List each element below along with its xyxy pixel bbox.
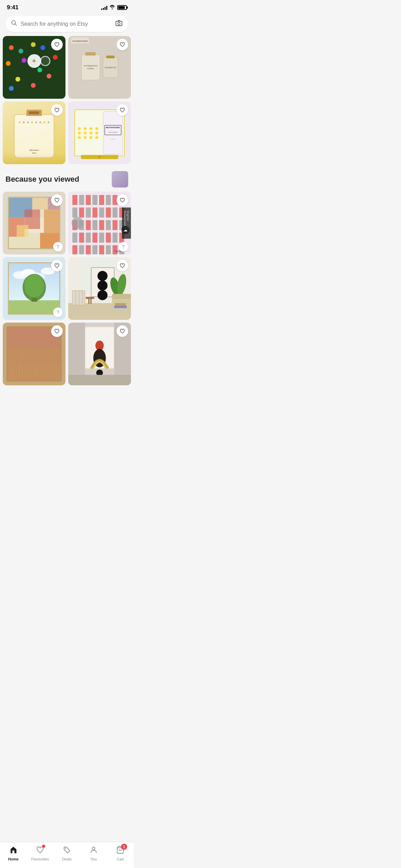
svg-rect-35 xyxy=(93,220,98,230)
camera-button[interactable] xyxy=(115,19,123,28)
favourite-button-figure-art[interactable] xyxy=(117,325,128,337)
product-card-figure-art[interactable] xyxy=(68,323,131,385)
svg-rect-43 xyxy=(93,233,98,243)
svg-rect-9 xyxy=(44,209,59,233)
top-products-grid: + AFFIRMATIONSTARS xyxy=(0,36,134,164)
svg-rect-83 xyxy=(112,294,131,299)
search-container xyxy=(0,13,134,36)
question-badge-pink-grid[interactable]: ? xyxy=(119,242,128,252)
product-card-motivations[interactable]: ⭐⭐⭐⭐ ⭐⭐⭐⭐ ⭐⭐⭐⭐ MOTIVATIONS make it happe… xyxy=(68,101,131,164)
svg-rect-17 xyxy=(79,195,84,205)
product-card-candy[interactable]: + xyxy=(3,36,65,99)
svg-rect-12 xyxy=(16,225,28,237)
svg-point-77 xyxy=(97,290,107,300)
svg-rect-38 xyxy=(112,220,118,230)
svg-rect-44 xyxy=(99,233,104,243)
signal-bars-icon xyxy=(101,5,107,10)
svg-rect-86 xyxy=(86,297,94,299)
svg-rect-41 xyxy=(79,233,84,243)
svg-point-66 xyxy=(24,274,44,297)
svg-rect-25 xyxy=(79,207,84,217)
favourite-button-motivations[interactable] xyxy=(117,104,128,116)
svg-rect-42 xyxy=(86,233,91,243)
svg-rect-27 xyxy=(93,207,98,217)
svg-rect-129 xyxy=(68,375,131,386)
svg-rect-84 xyxy=(114,306,127,308)
svg-rect-16 xyxy=(72,195,77,205)
product-card-pink-grid[interactable]: Wart Digital Download ☁ ? xyxy=(68,192,131,254)
svg-point-3 xyxy=(118,23,120,25)
wifi-icon xyxy=(109,5,115,10)
favourite-button-affirmations[interactable] xyxy=(117,39,128,50)
favourite-button-grass-field[interactable] xyxy=(51,325,63,337)
favourite-button-stars-jar[interactable] xyxy=(51,104,63,116)
product-card-grass-field[interactable] xyxy=(3,323,65,385)
product-card-affirmations[interactable]: AFFIRMATIONSTARS AFFIRMATION AFFIRMATION… xyxy=(68,36,131,99)
svg-rect-26 xyxy=(86,207,91,217)
svg-rect-49 xyxy=(79,245,84,254)
svg-line-1 xyxy=(15,24,17,26)
svg-rect-87 xyxy=(88,299,90,304)
favourite-button-circles-room[interactable] xyxy=(117,260,128,272)
svg-rect-85 xyxy=(115,303,126,305)
svg-rect-48 xyxy=(72,245,77,254)
svg-rect-63 xyxy=(9,300,60,314)
svg-rect-46 xyxy=(112,233,118,243)
viewed-thumbnail[interactable] xyxy=(112,171,128,188)
svg-rect-40 xyxy=(72,233,77,243)
svg-point-76 xyxy=(97,280,107,290)
favourite-button-abstract-art[interactable] xyxy=(51,194,63,206)
svg-rect-45 xyxy=(106,233,111,243)
product-card-circles-room[interactable] xyxy=(68,257,131,320)
svg-rect-18 xyxy=(86,195,91,205)
favourite-button-sky-tree[interactable] xyxy=(51,260,63,272)
section-header-because-you-viewed: Because you viewed xyxy=(0,164,134,192)
svg-rect-21 xyxy=(106,195,111,205)
art-products-grid: ? xyxy=(0,192,134,385)
svg-rect-37 xyxy=(106,220,111,230)
svg-rect-20 xyxy=(99,195,104,205)
section-title: Because you viewed xyxy=(5,175,79,184)
svg-rect-88 xyxy=(90,299,92,304)
question-badge-sky-tree[interactable]: ? xyxy=(53,308,63,317)
status-time: 9:41 xyxy=(7,4,19,11)
svg-rect-24 xyxy=(72,207,77,217)
search-bar[interactable] xyxy=(5,16,128,32)
search-icon xyxy=(11,20,17,28)
svg-rect-19 xyxy=(93,195,98,205)
favourite-button-pink-grid[interactable] xyxy=(117,194,128,206)
favourite-button-candy[interactable] xyxy=(51,39,63,50)
product-card-sky-tree[interactable]: ? xyxy=(3,257,65,320)
search-input[interactable] xyxy=(21,21,112,27)
svg-rect-50 xyxy=(86,245,91,254)
battery-icon xyxy=(117,5,127,10)
svg-point-75 xyxy=(97,271,107,281)
status-icons xyxy=(101,5,127,10)
status-bar: 9:41 xyxy=(0,0,134,13)
product-card-stars-jar[interactable]: ★ ★ ★ ★ ★ ★ ★ ★ Affirmationstars xyxy=(3,101,65,164)
svg-rect-29 xyxy=(106,207,111,217)
svg-rect-10 xyxy=(9,237,44,248)
svg-rect-28 xyxy=(99,207,104,217)
question-badge-abstract[interactable]: ? xyxy=(53,242,63,252)
svg-rect-53 xyxy=(106,245,111,254)
svg-rect-36 xyxy=(99,220,104,230)
svg-rect-51 xyxy=(93,245,98,254)
svg-rect-34 xyxy=(86,220,91,230)
svg-rect-52 xyxy=(99,245,104,254)
svg-rect-70 xyxy=(72,291,85,305)
svg-point-56 xyxy=(72,217,83,229)
svg-rect-30 xyxy=(112,207,118,217)
product-card-abstract-art[interactable]: ? xyxy=(3,192,65,254)
